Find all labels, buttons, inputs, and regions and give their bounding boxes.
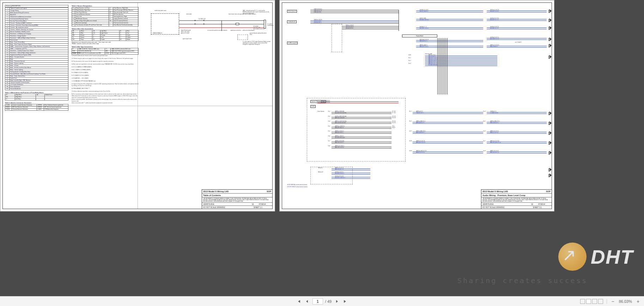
title-block: 2013 Model S Wiring LHDSOP Audio Wiring … bbox=[481, 189, 552, 209]
zoom-level-label: 86.03% bbox=[619, 299, 632, 304]
pdf-page-2: IPV-IncOpera-01 -IncMod-Ent-01 IC-IPM in… bbox=[279, 0, 554, 212]
view-facing-icon[interactable] bbox=[586, 299, 591, 304]
pdf-pages-area[interactable]: SectionDESCRIPTION 1Table of Contents an… bbox=[0, 0, 644, 296]
pdf-toolbar: / 49 − 86.03% + bbox=[0, 296, 644, 306]
next-page-button[interactable] bbox=[334, 298, 340, 305]
view-continuous-facing-icon[interactable] bbox=[598, 299, 603, 304]
zoom-in-button[interactable]: + bbox=[636, 299, 640, 304]
zoom-out-button[interactable]: − bbox=[610, 299, 615, 304]
first-page-button[interactable] bbox=[296, 298, 302, 305]
page-total-label: / 49 bbox=[325, 299, 332, 304]
view-single-icon[interactable] bbox=[580, 299, 585, 304]
view-continuous-icon[interactable] bbox=[592, 299, 597, 304]
title-block: 2013 Model S Wiring LHDSOP Table of Cont… bbox=[202, 189, 272, 209]
audio-wiring-schematic: IPV-IncOpera-01 -IncMod-Ent-01 IC-IPM in… bbox=[286, 6, 548, 188]
page-number-input[interactable] bbox=[312, 298, 323, 305]
last-page-button[interactable] bbox=[342, 298, 348, 305]
pdf-page-1: SectionDESCRIPTION 1Table of Contents an… bbox=[0, 0, 275, 212]
toc-table: SectionDESCRIPTION bbox=[5, 5, 68, 7]
prev-page-button[interactable] bbox=[304, 298, 310, 305]
legend-schematic: module description name SOME HYDRAULIC s… bbox=[144, 10, 269, 80]
